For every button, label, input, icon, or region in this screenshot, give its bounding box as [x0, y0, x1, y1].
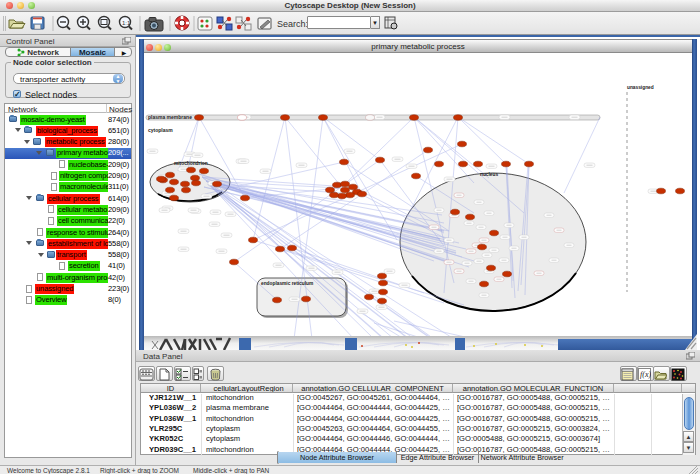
svg-text:cytoplasm: cytoplasm [148, 127, 173, 133]
svg-text:plasma membrane: plasma membrane [148, 114, 192, 120]
svg-text:f(x): f(x) [640, 370, 651, 379]
svg-text:1:1: 1:1 [122, 20, 131, 26]
svg-text:unassigned: unassigned [627, 85, 654, 90]
svg-text:nucleus: nucleus [480, 172, 498, 177]
svg-text:endoplasmic reticulum: endoplasmic reticulum [261, 281, 313, 286]
svg-text:mitochondrion: mitochondrion [174, 161, 208, 166]
